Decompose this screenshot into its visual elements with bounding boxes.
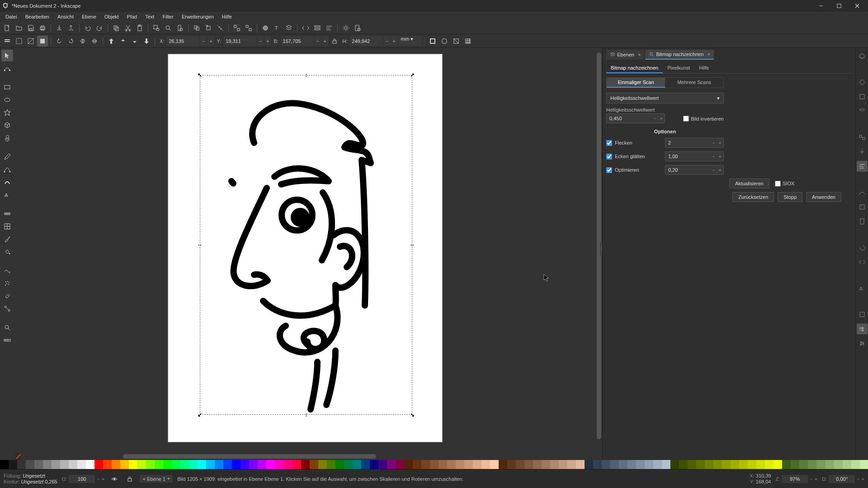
color-swatch[interactable] xyxy=(610,460,619,469)
color-swatch[interactable] xyxy=(799,460,808,469)
reset-button[interactable]: Zurücksetzen xyxy=(732,192,774,202)
menu-text[interactable]: Text xyxy=(142,13,158,20)
color-swatch[interactable] xyxy=(361,460,370,469)
color-swatch[interactable] xyxy=(808,460,816,469)
box3d-tool-icon[interactable] xyxy=(1,119,13,131)
fill-stroke-icon[interactable] xyxy=(260,23,271,33)
color-swatch[interactable] xyxy=(430,460,439,469)
handle-nw[interactable]: ↖ xyxy=(197,72,203,78)
align-icon[interactable] xyxy=(324,23,335,33)
dock-text-icon[interactable]: A xyxy=(857,283,868,294)
color-swatch[interactable] xyxy=(258,460,266,469)
no-fill-swatch[interactable] xyxy=(15,453,22,460)
spiral-tool-icon[interactable] xyxy=(1,132,13,144)
color-swatch[interactable] xyxy=(180,460,189,469)
color-swatch[interactable] xyxy=(722,460,731,469)
color-swatch[interactable] xyxy=(851,460,860,469)
color-swatch[interactable] xyxy=(679,460,688,469)
color-swatch[interactable] xyxy=(576,460,585,469)
menu-ansicht[interactable]: Ansicht xyxy=(54,13,77,20)
color-swatch[interactable] xyxy=(353,460,361,469)
w-input[interactable] xyxy=(281,36,314,46)
subtab-help[interactable]: Hilfe xyxy=(694,63,713,73)
opt-speckles-input[interactable] xyxy=(665,140,710,145)
color-swatch[interactable] xyxy=(791,460,799,469)
color-swatch[interactable] xyxy=(370,460,378,469)
color-swatch[interactable] xyxy=(344,460,353,469)
color-swatch[interactable] xyxy=(292,460,301,469)
rotation-field[interactable]: D: −+ xyxy=(822,475,864,483)
color-swatch[interactable] xyxy=(456,460,464,469)
affect-corners-icon[interactable] xyxy=(439,36,450,47)
color-swatch[interactable] xyxy=(155,460,163,469)
color-swatch[interactable] xyxy=(774,460,782,469)
handle-sw[interactable]: ↙ xyxy=(197,412,203,418)
color-swatch[interactable] xyxy=(163,460,172,469)
subtab-trace[interactable]: Bitmap nachzeichnen xyxy=(606,63,663,73)
opacity-input[interactable] xyxy=(69,475,95,483)
opt-optimize-input[interactable] xyxy=(665,167,710,173)
color-swatch[interactable] xyxy=(17,460,26,469)
rotate-ccw-icon[interactable] xyxy=(54,36,65,47)
w-inc[interactable]: + xyxy=(322,36,328,46)
seg-multi-scan[interactable]: Mehrere Scans xyxy=(665,78,723,88)
apply-button[interactable]: Anwenden xyxy=(806,192,841,202)
opt-corners-spinner[interactable]: −+ xyxy=(665,151,724,161)
color-swatch[interactable] xyxy=(189,460,198,469)
dock-collapse-handle[interactable]: ⋮ xyxy=(600,242,602,256)
color-swatch[interactable] xyxy=(9,460,17,469)
selector-tool-icon[interactable] xyxy=(1,50,13,61)
seg-single-scan[interactable]: Einmaliger Scan xyxy=(607,78,665,88)
zoom-tool-icon[interactable] xyxy=(1,322,13,333)
color-swatch[interactable] xyxy=(249,460,258,469)
handle-ne[interactable]: ↗ xyxy=(410,72,415,78)
dock-objects-icon[interactable] xyxy=(857,132,868,143)
unlink-clone-icon[interactable] xyxy=(215,23,226,33)
color-swatch[interactable] xyxy=(284,460,292,469)
close-icon[interactable]: × xyxy=(708,52,710,57)
doc-properties-icon[interactable] xyxy=(352,23,363,33)
color-swatch[interactable] xyxy=(464,460,473,469)
flip-v-icon[interactable] xyxy=(89,36,100,47)
color-swatch[interactable] xyxy=(765,460,774,469)
dock-layers-icon[interactable] xyxy=(857,106,868,117)
duplicate-icon[interactable] xyxy=(191,23,202,33)
menu-erweiterungen[interactable]: Erweiterungen xyxy=(178,13,217,20)
invert-checkbox[interactable] xyxy=(683,116,689,122)
color-palette[interactable] xyxy=(0,460,868,469)
color-swatch[interactable] xyxy=(310,460,318,469)
subtab-pixelart[interactable]: Pixelkunst xyxy=(663,63,694,73)
invert-checkbox-row[interactable]: Bild invertieren xyxy=(683,116,724,123)
dock-new-icon[interactable] xyxy=(857,51,868,61)
color-swatch[interactable] xyxy=(739,460,748,469)
visibility-icon[interactable] xyxy=(109,474,120,484)
color-swatch[interactable] xyxy=(232,460,241,469)
color-swatch[interactable] xyxy=(834,460,843,469)
color-swatch[interactable] xyxy=(69,460,77,469)
siox-checkbox-row[interactable]: SIOX xyxy=(775,181,794,187)
color-swatch[interactable] xyxy=(542,460,550,469)
zoom-drawing-icon[interactable] xyxy=(163,23,174,33)
lower-icon[interactable] xyxy=(129,36,140,47)
color-swatch[interactable] xyxy=(653,460,662,469)
bezier-tool-icon[interactable] xyxy=(1,164,13,175)
stop-button[interactable]: Stopp xyxy=(778,192,802,202)
layers-icon[interactable] xyxy=(283,23,294,33)
threshold-input[interactable] xyxy=(607,116,651,121)
color-swatch[interactable] xyxy=(473,460,481,469)
color-swatch[interactable] xyxy=(172,460,180,469)
opt-speckles-spinner[interactable]: −+ xyxy=(665,138,724,148)
node-tool-icon[interactable] xyxy=(1,62,13,74)
maximize-button[interactable] xyxy=(830,0,848,11)
color-swatch[interactable] xyxy=(335,460,344,469)
color-swatch[interactable] xyxy=(713,460,722,469)
y-input[interactable] xyxy=(224,36,256,46)
ellipse-tool-icon[interactable] xyxy=(1,94,13,106)
h-input[interactable] xyxy=(350,36,383,46)
select-all-layers-icon[interactable] xyxy=(2,36,13,47)
h-inc[interactable]: + xyxy=(391,36,397,46)
star-tool-icon[interactable] xyxy=(1,107,13,118)
color-swatch[interactable] xyxy=(524,460,533,469)
zoom-field[interactable]: Z: −+ xyxy=(775,475,817,483)
select-all-icon[interactable] xyxy=(14,36,24,47)
